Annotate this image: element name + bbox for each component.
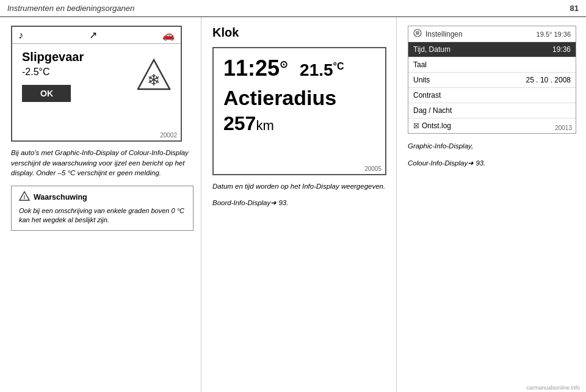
middle-column: Klok 11:25⊙ 21.5°C Actieradius 257km 200… [201, 17, 397, 392]
settings-row-taal: Taal [408, 57, 576, 72]
right-body-text: Graphic-Info-Display, [408, 141, 579, 151]
clock-time: 11:25⊙ [223, 56, 288, 81]
warning-title: ! Waarschuwing [19, 191, 186, 203]
settings-header-info: 19.5° 19:36 [537, 31, 571, 38]
footer-site: carmanualsonline.info [526, 385, 580, 391]
settings-row-dag-nacht: Dag / Nacht [408, 103, 576, 118]
mid-body-text2: Boord-Info-Display➜ 93. [212, 198, 389, 208]
page-header: Instrumenten en bedieningsorganen 81 [0, 0, 586, 17]
left-screen: ♪ ↗ 🚗 Slipgevaar -2.5°C OK ❄ 20002 [11, 26, 182, 142]
header-title: Instrumenten en bedieningsorganen [7, 4, 134, 13]
screen-number-left: 20002 [160, 132, 177, 139]
screen-number-mid: 20005 [364, 165, 382, 172]
settings-header: Instellingen 19.5° 19:36 [408, 26, 576, 42]
warning-text: Ook bij een omschrijving van enkele grad… [19, 206, 186, 225]
car-icon: 🚗 [162, 29, 175, 41]
settings-header-left: Instellingen [413, 29, 463, 39]
right-body-text2: Colour-Info-Display➜ 93. [408, 158, 579, 168]
music-icon: ♪ [18, 30, 23, 41]
svg-text:❄: ❄ [147, 71, 161, 89]
mid-screen: 11:25⊙ 21.5°C Actieradius 257km 20005 [212, 47, 386, 175]
left-body-text: Bij auto's met Graphic-Info-Display of C… [11, 148, 194, 178]
clock-label: Actieradius [223, 86, 375, 110]
screen-top-bar: ♪ ↗ 🚗 [12, 27, 181, 44]
temp-unit: °C [333, 61, 344, 71]
left-column: ♪ ↗ 🚗 Slipgevaar -2.5°C OK ❄ 20002 Bij a… [0, 17, 201, 392]
mid-body-text: Datum en tijd worden op het Info-Display… [212, 181, 389, 192]
snowflake-warning-icon: ❄ [137, 57, 171, 101]
header-page-number: 81 [570, 4, 579, 13]
settings-title: Instellingen [425, 30, 463, 38]
settings-menu-icon [413, 29, 422, 39]
warning-box: ! Waarschuwing Ook bij een omschrijving … [11, 186, 194, 231]
settings-row-units: Units 25 . 10 . 2008 [408, 72, 576, 87]
distance-unit: km [256, 118, 273, 133]
ok-button[interactable]: OK [22, 85, 71, 102]
clock-distance: 257km [223, 112, 375, 135]
checkbox-icon: ☒ [413, 122, 419, 130]
section-title-klok: Klok [212, 26, 389, 40]
right-column: Instellingen 19.5° 19:36 Tijd, Datum 19:… [397, 17, 586, 392]
nav-icon: ↗ [89, 29, 97, 41]
settings-row-contrast: Contrast [408, 87, 576, 103]
right-screen: Instellingen 19.5° 19:36 Tijd, Datum 19:… [408, 26, 576, 134]
clock-temperature: 21.5°C [300, 60, 344, 80]
settings-row-tijd: Tijd, Datum 19:36 [408, 42, 576, 57]
screen-number-right: 20013 [555, 125, 572, 131]
main-content: ♪ ↗ 🚗 Slipgevaar -2.5°C OK ❄ 20002 Bij a… [0, 17, 586, 392]
svg-text:!: ! [24, 194, 26, 200]
warning-label: Waarschuwing [34, 193, 87, 201]
warning-triangle-icon: ! [19, 191, 30, 203]
clock-display: 11:25⊙ 21.5°C Actieradius 257km [214, 48, 385, 142]
clock-alarm-icon: ⊙ [280, 59, 288, 70]
clock-top-row: 11:25⊙ 21.5°C [223, 56, 375, 81]
settings-row-ontst-log: ☒ Ontst.log [408, 118, 576, 133]
